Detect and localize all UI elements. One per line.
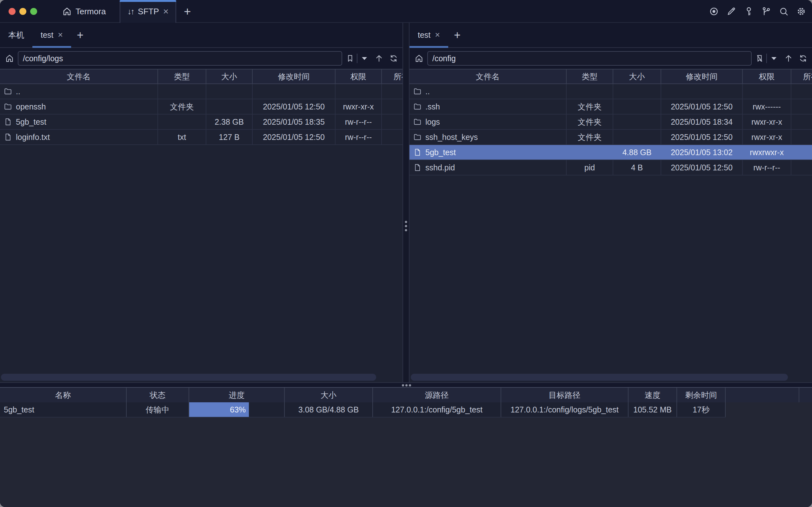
- tab-local-machine[interactable]: 本机: [0, 23, 33, 47]
- refresh-icon[interactable]: [799, 54, 808, 63]
- splitter-grip-icon: [405, 221, 407, 231]
- home-icon: [62, 7, 72, 16]
- tab-sftp[interactable]: ↓↑ SFTP ×: [120, 0, 176, 23]
- transfer-row-5gb-test[interactable]: 5gb_test 传输中 63% 3.08 GB/4.88 GB 127.0.0…: [0, 402, 726, 417]
- zoom-window-button[interactable]: [30, 8, 37, 15]
- column-header-permissions[interactable]: 权限: [743, 69, 791, 83]
- column-header-owner[interactable]: 所有者: [382, 69, 402, 83]
- tab-termora-home[interactable]: Termora: [56, 0, 111, 23]
- right-path-input[interactable]: [427, 51, 752, 66]
- file-row-parent-dir[interactable]: ..: [410, 84, 812, 99]
- close-tab-icon[interactable]: ×: [435, 31, 440, 39]
- close-tab-icon[interactable]: ×: [58, 31, 63, 39]
- new-tab-button[interactable]: +: [176, 0, 199, 23]
- add-pane-tab-button[interactable]: +: [448, 23, 466, 47]
- left-path-input[interactable]: [18, 51, 342, 66]
- bookmark-dropdown-caret-icon[interactable]: [771, 57, 776, 60]
- file-row-5gb-test[interactable]: 5gb_test 2.38 GB 2025/01/05 18:35 rw-r--…: [0, 115, 402, 130]
- minimize-window-button[interactable]: [19, 8, 26, 15]
- folder-icon: [4, 87, 12, 96]
- column-header-source: 源路径: [373, 388, 501, 402]
- file-row-5gb-test-selected[interactable]: 5gb_test 4.88 GB 2025/01/05 13:02 rwxrwx…: [410, 145, 812, 160]
- app-tab-label: Termora: [75, 7, 106, 16]
- column-header-modified[interactable]: 修改时间: [661, 69, 743, 83]
- column-header-type[interactable]: 类型: [158, 69, 206, 83]
- right-pathbar: [410, 48, 812, 69]
- file-icon: [4, 133, 12, 141]
- column-header-target: 目标路径: [501, 388, 629, 402]
- local-file-pane: 本机 test × +: [0, 23, 402, 382]
- column-header-speed: 速度: [629, 388, 677, 402]
- file-row-openssh[interactable]: openssh 文件夹 2025/01/05 12:50 rwxr-xr-x: [0, 99, 402, 115]
- file-row-sshd-pid[interactable]: sshd.pid pid 4 B 2025/01/05 12:50 rw-r--…: [410, 160, 812, 175]
- refresh-icon[interactable]: [389, 54, 398, 63]
- go-up-icon[interactable]: [375, 54, 383, 63]
- bookmark-off-icon[interactable]: [756, 54, 764, 62]
- column-header-size[interactable]: 大小: [206, 69, 253, 83]
- home-icon[interactable]: [5, 54, 14, 63]
- column-header-modified[interactable]: 修改时间: [253, 69, 335, 83]
- bookmark-dropdown-caret-icon[interactable]: [362, 57, 367, 60]
- right-pane-tabs: test × +: [410, 23, 812, 48]
- folder-icon: [413, 103, 422, 111]
- file-row-loginfo[interactable]: loginfo.txt txt 127 B 2025/01/05 12:50 r…: [0, 130, 402, 145]
- folder-icon: [4, 103, 12, 111]
- transfer-progress-bar: 63%: [189, 402, 285, 417]
- column-header-status: 状态: [127, 388, 189, 402]
- home-icon[interactable]: [415, 54, 424, 63]
- right-file-table: 文件名 类型 大小 修改时间 权限 所有者 .. .ssh 文件夹: [410, 69, 812, 175]
- go-up-icon[interactable]: [784, 54, 793, 63]
- titlebar-toolbar: [709, 0, 812, 23]
- transfer-arrows-icon: ↓↑: [127, 7, 133, 16]
- column-header-owner[interactable]: 所有者: [791, 69, 812, 83]
- column-header-size: 大小: [285, 388, 373, 402]
- column-header-name[interactable]: 文件名: [0, 69, 158, 83]
- tab-test-left[interactable]: test ×: [33, 23, 71, 47]
- close-window-button[interactable]: [9, 8, 15, 15]
- file-row-parent-dir[interactable]: ..: [0, 84, 402, 99]
- file-row-ssh-host-keys[interactable]: ssh_host_keys 文件夹 2025/01/05 12:50 rwxr-…: [410, 130, 812, 145]
- add-pane-tab-button[interactable]: +: [71, 23, 89, 47]
- folder-icon: [413, 87, 422, 96]
- left-file-table: 文件名 类型 大小 修改时间 权限 所有者 .. openssh 文: [0, 69, 402, 145]
- remote-file-pane: test × +: [410, 23, 812, 382]
- bookmark-icon[interactable]: [346, 54, 354, 62]
- folder-icon: [413, 133, 422, 141]
- left-pathbar: [0, 48, 402, 69]
- file-row-ssh[interactable]: .ssh 文件夹 2025/01/05 12:50 rwx------: [410, 99, 812, 115]
- transfer-table-header: 名称 状态 进度 大小 源路径 目标路径 速度 剩余时间: [0, 388, 812, 402]
- file-icon: [4, 118, 12, 126]
- branch-icon[interactable]: [761, 6, 771, 16]
- column-header-progress: 进度: [189, 388, 285, 402]
- right-table-header: 文件名 类型 大小 修改时间 权限 所有者: [410, 69, 812, 84]
- pane-splitter[interactable]: [402, 23, 410, 382]
- close-tab-icon[interactable]: ×: [163, 7, 169, 16]
- column-header-remaining: 剩余时间: [677, 388, 726, 402]
- record-icon[interactable]: [709, 6, 719, 16]
- file-row-logs[interactable]: logs 文件夹 2025/01/05 18:34 rwxr-xr-x: [410, 115, 812, 130]
- tab-test-right[interactable]: test ×: [410, 23, 448, 47]
- key-icon[interactable]: [744, 6, 754, 16]
- splitter-grip-icon: [402, 384, 411, 386]
- transfer-panel-splitter[interactable]: [0, 382, 812, 387]
- progress-fill: 63%: [189, 402, 249, 417]
- search-icon[interactable]: [779, 6, 789, 16]
- edit-pencil-icon[interactable]: [726, 6, 737, 16]
- sftp-tab-label: SFTP: [138, 7, 159, 16]
- file-icon: [413, 163, 422, 172]
- settings-gear-icon[interactable]: [796, 6, 806, 16]
- column-header-type[interactable]: 类型: [566, 69, 613, 83]
- column-header-name: 名称: [0, 388, 127, 402]
- column-header-name[interactable]: 文件名: [410, 69, 566, 83]
- left-table-header: 文件名 类型 大小 修改时间 权限 所有者: [0, 69, 402, 84]
- traffic-lights: [0, 0, 41, 23]
- transfer-status: 传输中: [127, 402, 189, 417]
- file-icon: [413, 148, 422, 156]
- horizontal-scrollbar-thumb[interactable]: [1, 374, 376, 381]
- titlebar: Termora ↓↑ SFTP × +: [0, 0, 812, 23]
- column-header-size[interactable]: 大小: [613, 69, 661, 83]
- column-header-permissions[interactable]: 权限: [335, 69, 382, 83]
- horizontal-scrollbar-thumb[interactable]: [411, 374, 788, 381]
- left-pane-tabs: 本机 test × +: [0, 23, 402, 48]
- transfer-panel: 名称 状态 进度 大小 源路径 目标路径 速度 剩余时间 5gb_test 传输…: [0, 382, 812, 507]
